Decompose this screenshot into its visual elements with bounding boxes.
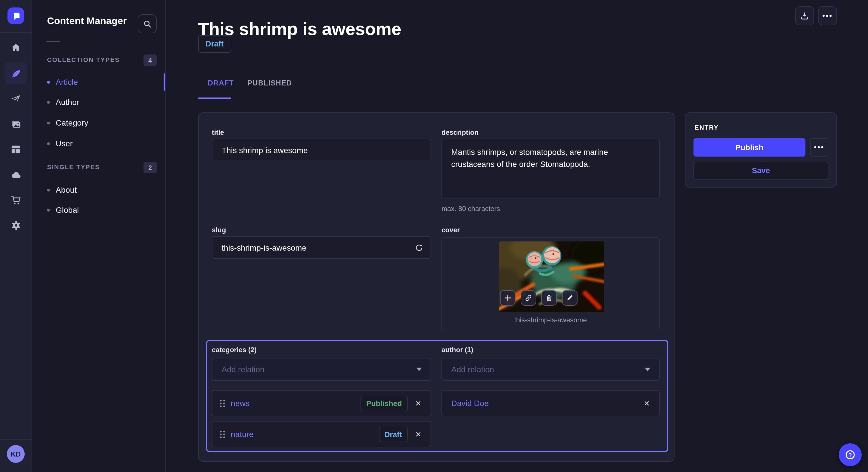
rail-divider [0,439,32,440]
entry-panel-title: ENTRY [694,124,719,131]
edit-pencil-icon[interactable] [562,290,578,306]
bullet-icon [47,101,50,103]
entry-panel: ENTRY Publish ••• Save [685,112,837,188]
status-badge: Draft [198,35,231,53]
help-icon: ? [844,449,856,461]
trash-icon[interactable] [541,290,557,306]
bullet-icon [47,80,50,83]
tab-published[interactable]: PUBLISHED [247,79,292,87]
author-field-label: author (1) [441,346,473,354]
collection-types-count-badge: 4 [144,55,157,66]
edit-form-panel: title This shrimp is awesome description… [198,112,675,462]
settings-gear-icon[interactable] [5,214,27,236]
description-field-label: description [441,129,478,136]
more-options-button[interactable]: ••• [818,6,837,25]
marketplace-cart-icon[interactable] [5,189,27,211]
status-badge: Draft [379,427,408,442]
slug-input[interactable]: this-shrimp-is-awesome [212,236,431,259]
section-label-collection-types: COLLECTION TYPES [47,56,120,63]
cover-field-box: this-shrimp-is-awesome [441,237,660,330]
title-field-label: title [212,129,224,136]
title-input[interactable]: This shrimp is awesome [212,139,431,161]
categories-field-label: categories (2) [212,346,257,354]
search-icon [143,20,151,28]
slug-field-label: slug [212,226,226,234]
remove-relation-icon[interactable]: ✕ [415,430,422,438]
description-helper-text: max. 80 characters [441,205,500,213]
strapi-logo[interactable] [7,7,24,24]
regenerate-icon[interactable] [415,243,423,251]
active-tab-underline [198,98,231,99]
main-content: This shrimp is awesome ••• Draft DRAFT P… [166,0,868,472]
home-icon[interactable] [5,37,27,59]
save-button[interactable]: Save [693,162,828,179]
add-icon[interactable] [500,290,516,306]
media-library-images-icon[interactable] [5,113,27,135]
sidebar-item-user[interactable]: User [47,135,73,151]
relation-link[interactable]: nature [231,430,253,439]
content-manager-feather-icon[interactable] [5,62,27,84]
content-manager-subnav: Content Manager COLLECTION TYPES 4 Artic… [32,0,166,472]
sidebar-item-author[interactable]: Author [47,94,80,110]
chevron-down-icon [416,368,422,371]
bullet-icon [47,208,50,211]
search-button[interactable] [138,14,157,33]
status-badge: Published [361,396,408,411]
relation-link[interactable]: news [231,399,249,408]
section-label-single-types: SINGLE TYPES [47,164,100,170]
bullet-icon [47,121,50,124]
release-paper-plane-icon[interactable] [5,88,27,110]
link-icon[interactable] [521,290,536,306]
bullet-icon [47,189,50,191]
cover-image[interactable] [499,241,604,312]
publish-button[interactable]: Publish [693,138,805,157]
help-button[interactable]: ? [839,443,862,466]
cover-actions [500,290,578,306]
relation-row-david-doe: David Doe ✕ [441,390,660,416]
nav-rail: KD [0,0,32,472]
bullet-icon [47,142,50,145]
author-add-relation-combobox[interactable]: Add relation [441,358,660,381]
download-icon [800,11,809,20]
sidebar-item-about[interactable]: About [47,182,76,198]
drag-handle-icon[interactable] [220,400,225,407]
deploy-cloud-icon[interactable] [5,164,27,186]
sidebar-item-category[interactable]: Category [47,115,88,131]
app-window: KD Content Manager COLLECTION TYPES 4 Ar… [0,0,868,472]
user-avatar[interactable]: KD [7,445,25,463]
download-button[interactable] [795,6,814,25]
sidebar-item-article[interactable]: Article [47,74,78,90]
chevron-down-icon [645,368,650,371]
active-item-indicator [164,73,165,91]
remove-relation-icon[interactable]: ✕ [644,400,650,407]
subnav-divider [46,41,60,42]
cover-filename: this-shrimp-is-awesome [442,316,659,324]
sidebar-item-global[interactable]: Global [47,202,79,218]
description-textarea[interactable]: Mantis shrimps, or stomatopods, are mari… [441,139,660,198]
tab-draft[interactable]: DRAFT [208,79,234,87]
entry-more-button[interactable]: ••• [810,138,828,157]
remove-relation-icon[interactable]: ✕ [415,400,422,407]
subnav-title: Content Manager [47,15,127,27]
single-types-count-badge: 2 [144,162,157,173]
categories-add-relation-combobox[interactable]: Add relation [212,358,431,381]
relation-row-news: news Published ✕ [212,390,431,416]
svg-text:?: ? [848,452,852,458]
relation-row-nature: nature Draft ✕ [212,421,431,447]
relation-link[interactable]: David Doe [451,399,489,408]
drag-handle-icon[interactable] [220,430,225,438]
rail-header [0,0,32,33]
content-type-builder-layout-icon[interactable] [5,138,27,161]
cover-field-label: cover [441,226,460,234]
